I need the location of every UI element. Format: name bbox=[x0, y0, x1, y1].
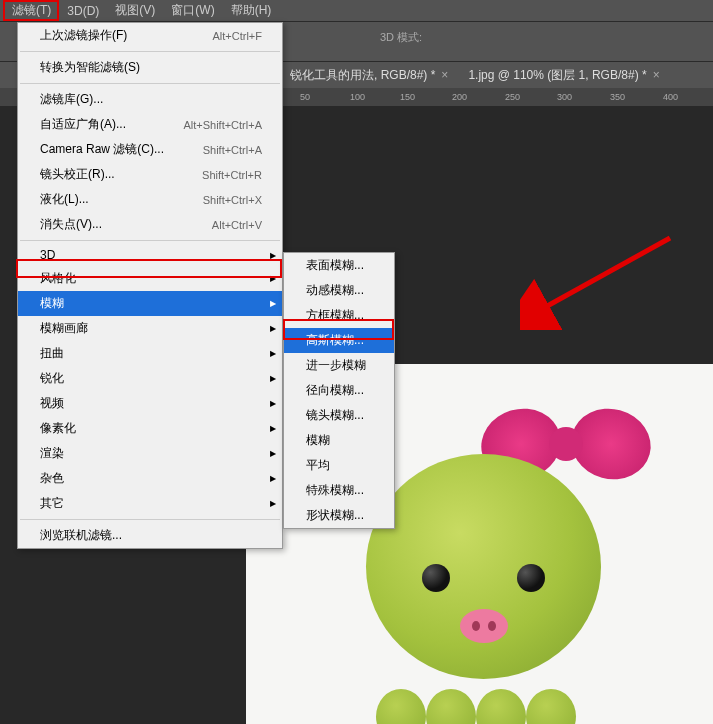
menu-item-label: 浏览联机滤镜... bbox=[40, 527, 122, 544]
tab-label: 1.jpg @ 110% (图层 1, RGB/8#) * bbox=[468, 68, 646, 82]
menu-item-distort[interactable]: 扭曲 bbox=[18, 341, 282, 366]
menu-item-adaptive-wide[interactable]: 自适应广角(A)...Alt+Shift+Ctrl+A bbox=[18, 112, 282, 137]
menu-item-blur-gallery[interactable]: 模糊画廊 bbox=[18, 316, 282, 341]
menubar: 滤镜(T) 3D(D) 视图(V) 窗口(W) 帮助(H) bbox=[0, 0, 713, 22]
menu-item-liquify[interactable]: 液化(L)...Shift+Ctrl+X bbox=[18, 187, 282, 212]
submenu-blur-more[interactable]: 进一步模糊 bbox=[284, 353, 394, 378]
menu-item-sharpen[interactable]: 锐化 bbox=[18, 366, 282, 391]
submenu-radial-blur[interactable]: 径向模糊... bbox=[284, 378, 394, 403]
menu-item-label: 消失点(V)... bbox=[40, 216, 102, 233]
toy-tentacle bbox=[526, 689, 576, 724]
menu-item-label: 像素化 bbox=[40, 420, 76, 437]
menu-view[interactable]: 视图(V) bbox=[107, 0, 163, 22]
menu-item-label: 镜头模糊... bbox=[306, 407, 364, 424]
menu-item-pixelate[interactable]: 像素化 bbox=[18, 416, 282, 441]
menu-filter[interactable]: 滤镜(T) bbox=[4, 0, 59, 22]
menu-item-label: 渲染 bbox=[40, 445, 64, 462]
menu-item-label: 锐化 bbox=[40, 370, 64, 387]
menu-item-label: 转换为智能滤镜(S) bbox=[40, 59, 140, 76]
menu-item-shortcut: Alt+Shift+Ctrl+A bbox=[183, 119, 262, 131]
menu-item-label: 液化(L)... bbox=[40, 191, 89, 208]
menu-item-render[interactable]: 渲染 bbox=[18, 441, 282, 466]
blur-submenu: 表面模糊... 动感模糊... 方框模糊... 高斯模糊... 进一步模糊 径向… bbox=[283, 252, 395, 529]
filter-menu-dropdown: 上次滤镜操作(F) Alt+Ctrl+F 转换为智能滤镜(S) 滤镜库(G)..… bbox=[17, 22, 283, 549]
menu-item-shortcut: Alt+Ctrl+F bbox=[212, 30, 262, 42]
submenu-box-blur[interactable]: 方框模糊... bbox=[284, 303, 394, 328]
submenu-smart-blur[interactable]: 特殊模糊... bbox=[284, 478, 394, 503]
submenu-shape-blur[interactable]: 形状模糊... bbox=[284, 503, 394, 528]
menu-item-stylize[interactable]: 风格化 bbox=[18, 266, 282, 291]
menu-item-label: 动感模糊... bbox=[306, 282, 364, 299]
ruler-tick-label: 150 bbox=[400, 92, 415, 102]
toy-body bbox=[366, 454, 601, 679]
submenu-average[interactable]: 平均 bbox=[284, 453, 394, 478]
menu-item-filter-gallery[interactable]: 滤镜库(G)... bbox=[18, 87, 282, 112]
menu-item-label: 3D bbox=[40, 248, 55, 262]
menu-item-label: 视频 bbox=[40, 395, 64, 412]
menu-separator bbox=[20, 240, 280, 241]
ruler-tick-label: 50 bbox=[300, 92, 310, 102]
menu-3d[interactable]: 3D(D) bbox=[59, 1, 107, 21]
menu-item-lens-correction[interactable]: 镜头校正(R)...Shift+Ctrl+R bbox=[18, 162, 282, 187]
menu-separator bbox=[20, 51, 280, 52]
ruler-tick-label: 350 bbox=[610, 92, 625, 102]
menu-separator bbox=[20, 519, 280, 520]
submenu-motion-blur[interactable]: 动感模糊... bbox=[284, 278, 394, 303]
ruler-tick-label: 100 bbox=[350, 92, 365, 102]
submenu-gaussian-blur[interactable]: 高斯模糊... bbox=[284, 328, 394, 353]
toy-tentacle bbox=[376, 689, 426, 724]
menu-item-label: 方框模糊... bbox=[306, 307, 364, 324]
submenu-blur[interactable]: 模糊 bbox=[284, 428, 394, 453]
menu-item-label: Camera Raw 滤镜(C)... bbox=[40, 141, 164, 158]
tab-label: 锐化工具的用法, RGB/8#) * bbox=[290, 68, 435, 82]
document-tab[interactable]: 锐化工具的用法, RGB/8#) *× bbox=[280, 62, 458, 89]
menu-item-label: 模糊画廊 bbox=[40, 320, 88, 337]
ruler-tick-label: 200 bbox=[452, 92, 467, 102]
menu-item-label: 表面模糊... bbox=[306, 257, 364, 274]
document-tab[interactable]: 1.jpg @ 110% (图层 1, RGB/8#) *× bbox=[458, 62, 669, 89]
toy-tentacle bbox=[476, 689, 526, 724]
menu-item-label: 形状模糊... bbox=[306, 507, 364, 524]
menu-item-convert-smart[interactable]: 转换为智能滤镜(S) bbox=[18, 55, 282, 80]
menu-item-blur[interactable]: 模糊 bbox=[18, 291, 282, 316]
menu-item-vanishing-point[interactable]: 消失点(V)...Alt+Ctrl+V bbox=[18, 212, 282, 237]
menu-item-shortcut: Shift+Ctrl+A bbox=[203, 144, 262, 156]
menu-item-label: 杂色 bbox=[40, 470, 64, 487]
menu-item-3d[interactable]: 3D bbox=[18, 244, 282, 266]
close-icon[interactable]: × bbox=[653, 68, 660, 82]
menu-separator bbox=[20, 83, 280, 84]
menu-item-camera-raw[interactable]: Camera Raw 滤镜(C)...Shift+Ctrl+A bbox=[18, 137, 282, 162]
menu-item-label: 进一步模糊 bbox=[306, 357, 366, 374]
menu-help[interactable]: 帮助(H) bbox=[223, 0, 280, 22]
3d-mode-label: 3D 模式: bbox=[380, 30, 422, 45]
ruler-tick-label: 400 bbox=[663, 92, 678, 102]
menu-item-last-filter[interactable]: 上次滤镜操作(F) Alt+Ctrl+F bbox=[18, 23, 282, 48]
submenu-surface-blur[interactable]: 表面模糊... bbox=[284, 253, 394, 278]
menu-item-label: 平均 bbox=[306, 457, 330, 474]
menu-item-label: 特殊模糊... bbox=[306, 482, 364, 499]
menu-item-shortcut: Shift+Ctrl+X bbox=[203, 194, 262, 206]
close-icon[interactable]: × bbox=[441, 68, 448, 82]
menu-item-label: 扭曲 bbox=[40, 345, 64, 362]
menu-item-shortcut: Shift+Ctrl+R bbox=[202, 169, 262, 181]
menu-item-video[interactable]: 视频 bbox=[18, 391, 282, 416]
menu-item-label: 径向模糊... bbox=[306, 382, 364, 399]
ruler-tick-label: 300 bbox=[557, 92, 572, 102]
menu-item-shortcut: Alt+Ctrl+V bbox=[212, 219, 262, 231]
menu-item-other[interactable]: 其它 bbox=[18, 491, 282, 516]
menu-item-label: 上次滤镜操作(F) bbox=[40, 27, 127, 44]
menu-item-label: 风格化 bbox=[40, 270, 76, 287]
menu-item-label: 滤镜库(G)... bbox=[40, 91, 103, 108]
menu-window[interactable]: 窗口(W) bbox=[163, 0, 222, 22]
menu-item-label: 模糊 bbox=[306, 432, 330, 449]
menu-item-label: 其它 bbox=[40, 495, 64, 512]
menu-item-label: 高斯模糊... bbox=[306, 332, 364, 349]
menu-item-label: 镜头校正(R)... bbox=[40, 166, 115, 183]
menu-item-noise[interactable]: 杂色 bbox=[18, 466, 282, 491]
menu-item-browse-online[interactable]: 浏览联机滤镜... bbox=[18, 523, 282, 548]
submenu-lens-blur[interactable]: 镜头模糊... bbox=[284, 403, 394, 428]
toy-tentacle bbox=[426, 689, 476, 724]
menu-item-label: 模糊 bbox=[40, 295, 64, 312]
ruler-tick-label: 250 bbox=[505, 92, 520, 102]
menu-item-label: 自适应广角(A)... bbox=[40, 116, 126, 133]
